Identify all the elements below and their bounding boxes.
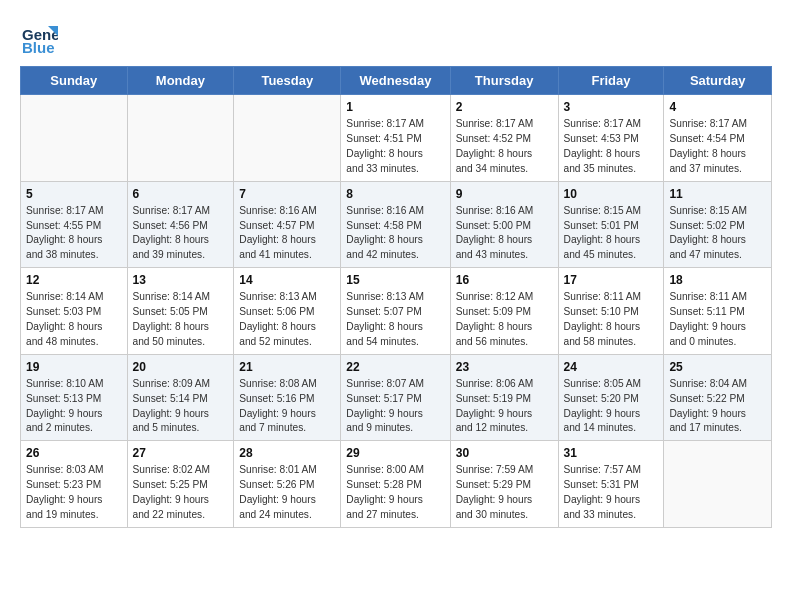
day-info: Sunrise: 8:15 AM Sunset: 5:01 PM Dayligh…	[564, 204, 659, 263]
weekday-header-sunday: Sunday	[21, 67, 128, 95]
calendar-day-18: 18Sunrise: 8:11 AM Sunset: 5:11 PM Dayli…	[664, 268, 772, 355]
day-info: Sunrise: 8:08 AM Sunset: 5:16 PM Dayligh…	[239, 377, 335, 436]
weekday-header-thursday: Thursday	[450, 67, 558, 95]
day-number: 20	[133, 359, 229, 376]
day-info: Sunrise: 8:17 AM Sunset: 4:54 PM Dayligh…	[669, 117, 766, 176]
day-info: Sunrise: 8:11 AM Sunset: 5:11 PM Dayligh…	[669, 290, 766, 349]
calendar-day-8: 8Sunrise: 8:16 AM Sunset: 4:58 PM Daylig…	[341, 181, 450, 268]
calendar-day-22: 22Sunrise: 8:07 AM Sunset: 5:17 PM Dayli…	[341, 354, 450, 441]
calendar-empty-cell	[234, 95, 341, 182]
logo: General Blue	[20, 18, 60, 56]
svg-text:Blue: Blue	[22, 39, 55, 56]
calendar-week-row: 19Sunrise: 8:10 AM Sunset: 5:13 PM Dayli…	[21, 354, 772, 441]
day-number: 31	[564, 445, 659, 462]
calendar-empty-cell	[664, 441, 772, 528]
day-info: Sunrise: 8:17 AM Sunset: 4:52 PM Dayligh…	[456, 117, 553, 176]
day-info: Sunrise: 8:17 AM Sunset: 4:55 PM Dayligh…	[26, 204, 122, 263]
calendar-day-5: 5Sunrise: 8:17 AM Sunset: 4:55 PM Daylig…	[21, 181, 128, 268]
day-info: Sunrise: 8:13 AM Sunset: 5:07 PM Dayligh…	[346, 290, 444, 349]
calendar-day-13: 13Sunrise: 8:14 AM Sunset: 5:05 PM Dayli…	[127, 268, 234, 355]
calendar-day-30: 30Sunrise: 7:59 AM Sunset: 5:29 PM Dayli…	[450, 441, 558, 528]
day-number: 13	[133, 272, 229, 289]
day-info: Sunrise: 8:13 AM Sunset: 5:06 PM Dayligh…	[239, 290, 335, 349]
weekday-header-friday: Friday	[558, 67, 664, 95]
calendar-header-row: SundayMondayTuesdayWednesdayThursdayFrid…	[21, 67, 772, 95]
day-number: 30	[456, 445, 553, 462]
calendar-day-16: 16Sunrise: 8:12 AM Sunset: 5:09 PM Dayli…	[450, 268, 558, 355]
calendar-day-29: 29Sunrise: 8:00 AM Sunset: 5:28 PM Dayli…	[341, 441, 450, 528]
calendar-empty-cell	[127, 95, 234, 182]
calendar-day-21: 21Sunrise: 8:08 AM Sunset: 5:16 PM Dayli…	[234, 354, 341, 441]
day-info: Sunrise: 8:17 AM Sunset: 4:53 PM Dayligh…	[564, 117, 659, 176]
day-number: 4	[669, 99, 766, 116]
day-info: Sunrise: 8:16 AM Sunset: 5:00 PM Dayligh…	[456, 204, 553, 263]
day-number: 23	[456, 359, 553, 376]
day-number: 16	[456, 272, 553, 289]
day-info: Sunrise: 8:00 AM Sunset: 5:28 PM Dayligh…	[346, 463, 444, 522]
day-number: 15	[346, 272, 444, 289]
calendar-day-20: 20Sunrise: 8:09 AM Sunset: 5:14 PM Dayli…	[127, 354, 234, 441]
weekday-header-tuesday: Tuesday	[234, 67, 341, 95]
day-number: 12	[26, 272, 122, 289]
calendar-day-6: 6Sunrise: 8:17 AM Sunset: 4:56 PM Daylig…	[127, 181, 234, 268]
day-info: Sunrise: 8:10 AM Sunset: 5:13 PM Dayligh…	[26, 377, 122, 436]
calendar-day-19: 19Sunrise: 8:10 AM Sunset: 5:13 PM Dayli…	[21, 354, 128, 441]
day-number: 29	[346, 445, 444, 462]
day-info: Sunrise: 8:03 AM Sunset: 5:23 PM Dayligh…	[26, 463, 122, 522]
day-number: 28	[239, 445, 335, 462]
day-info: Sunrise: 8:01 AM Sunset: 5:26 PM Dayligh…	[239, 463, 335, 522]
day-number: 11	[669, 186, 766, 203]
day-info: Sunrise: 7:57 AM Sunset: 5:31 PM Dayligh…	[564, 463, 659, 522]
calendar-day-17: 17Sunrise: 8:11 AM Sunset: 5:10 PM Dayli…	[558, 268, 664, 355]
calendar-day-11: 11Sunrise: 8:15 AM Sunset: 5:02 PM Dayli…	[664, 181, 772, 268]
day-number: 19	[26, 359, 122, 376]
day-number: 5	[26, 186, 122, 203]
page: General Blue SundayMondayTuesdayWednesda…	[0, 0, 792, 612]
day-number: 21	[239, 359, 335, 376]
day-info: Sunrise: 8:05 AM Sunset: 5:20 PM Dayligh…	[564, 377, 659, 436]
day-number: 26	[26, 445, 122, 462]
day-number: 1	[346, 99, 444, 116]
day-info: Sunrise: 8:16 AM Sunset: 4:57 PM Dayligh…	[239, 204, 335, 263]
day-number: 24	[564, 359, 659, 376]
calendar-week-row: 26Sunrise: 8:03 AM Sunset: 5:23 PM Dayli…	[21, 441, 772, 528]
calendar-day-2: 2Sunrise: 8:17 AM Sunset: 4:52 PM Daylig…	[450, 95, 558, 182]
calendar-day-14: 14Sunrise: 8:13 AM Sunset: 5:06 PM Dayli…	[234, 268, 341, 355]
day-info: Sunrise: 7:59 AM Sunset: 5:29 PM Dayligh…	[456, 463, 553, 522]
day-info: Sunrise: 8:15 AM Sunset: 5:02 PM Dayligh…	[669, 204, 766, 263]
day-number: 2	[456, 99, 553, 116]
day-number: 10	[564, 186, 659, 203]
calendar-day-23: 23Sunrise: 8:06 AM Sunset: 5:19 PM Dayli…	[450, 354, 558, 441]
day-info: Sunrise: 8:06 AM Sunset: 5:19 PM Dayligh…	[456, 377, 553, 436]
calendar-day-25: 25Sunrise: 8:04 AM Sunset: 5:22 PM Dayli…	[664, 354, 772, 441]
calendar-week-row: 12Sunrise: 8:14 AM Sunset: 5:03 PM Dayli…	[21, 268, 772, 355]
calendar-empty-cell	[21, 95, 128, 182]
day-info: Sunrise: 8:11 AM Sunset: 5:10 PM Dayligh…	[564, 290, 659, 349]
weekday-header-saturday: Saturday	[664, 67, 772, 95]
weekday-header-wednesday: Wednesday	[341, 67, 450, 95]
day-info: Sunrise: 8:16 AM Sunset: 4:58 PM Dayligh…	[346, 204, 444, 263]
calendar-day-15: 15Sunrise: 8:13 AM Sunset: 5:07 PM Dayli…	[341, 268, 450, 355]
day-info: Sunrise: 8:14 AM Sunset: 5:03 PM Dayligh…	[26, 290, 122, 349]
calendar-day-28: 28Sunrise: 8:01 AM Sunset: 5:26 PM Dayli…	[234, 441, 341, 528]
day-info: Sunrise: 8:04 AM Sunset: 5:22 PM Dayligh…	[669, 377, 766, 436]
calendar-week-row: 1Sunrise: 8:17 AM Sunset: 4:51 PM Daylig…	[21, 95, 772, 182]
day-info: Sunrise: 8:17 AM Sunset: 4:56 PM Dayligh…	[133, 204, 229, 263]
day-number: 14	[239, 272, 335, 289]
day-number: 7	[239, 186, 335, 203]
day-number: 22	[346, 359, 444, 376]
calendar-day-31: 31Sunrise: 7:57 AM Sunset: 5:31 PM Dayli…	[558, 441, 664, 528]
calendar-day-26: 26Sunrise: 8:03 AM Sunset: 5:23 PM Dayli…	[21, 441, 128, 528]
day-info: Sunrise: 8:12 AM Sunset: 5:09 PM Dayligh…	[456, 290, 553, 349]
day-info: Sunrise: 8:02 AM Sunset: 5:25 PM Dayligh…	[133, 463, 229, 522]
calendar-day-1: 1Sunrise: 8:17 AM Sunset: 4:51 PM Daylig…	[341, 95, 450, 182]
day-number: 8	[346, 186, 444, 203]
day-info: Sunrise: 8:09 AM Sunset: 5:14 PM Dayligh…	[133, 377, 229, 436]
day-number: 3	[564, 99, 659, 116]
calendar-day-3: 3Sunrise: 8:17 AM Sunset: 4:53 PM Daylig…	[558, 95, 664, 182]
calendar-week-row: 5Sunrise: 8:17 AM Sunset: 4:55 PM Daylig…	[21, 181, 772, 268]
calendar-day-4: 4Sunrise: 8:17 AM Sunset: 4:54 PM Daylig…	[664, 95, 772, 182]
day-number: 25	[669, 359, 766, 376]
day-number: 17	[564, 272, 659, 289]
calendar-day-9: 9Sunrise: 8:16 AM Sunset: 5:00 PM Daylig…	[450, 181, 558, 268]
